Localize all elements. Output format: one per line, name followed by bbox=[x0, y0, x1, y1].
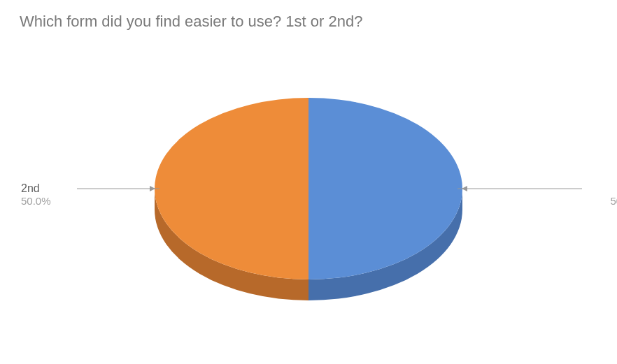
label-1st-name: 1st bbox=[584, 182, 617, 195]
label-1st-pct: 50.0% bbox=[584, 195, 617, 208]
label-2nd-pct: 50.0% bbox=[21, 195, 77, 208]
chart-title: Which form did you find easier to use? 1… bbox=[20, 13, 362, 31]
label-2nd: 2nd 50.0% bbox=[21, 182, 77, 208]
label-2nd-name: 2nd bbox=[21, 182, 77, 195]
pie-top bbox=[155, 98, 462, 279]
pie-area bbox=[0, 84, 617, 335]
leader-2nd-arrow bbox=[150, 186, 155, 191]
pie-chart: Which form did you find easier to use? 1… bbox=[0, 0, 617, 364]
pie-svg bbox=[0, 84, 617, 335]
label-1st: 1st 50.0% bbox=[584, 182, 617, 208]
leader-1st-arrow bbox=[462, 186, 467, 191]
